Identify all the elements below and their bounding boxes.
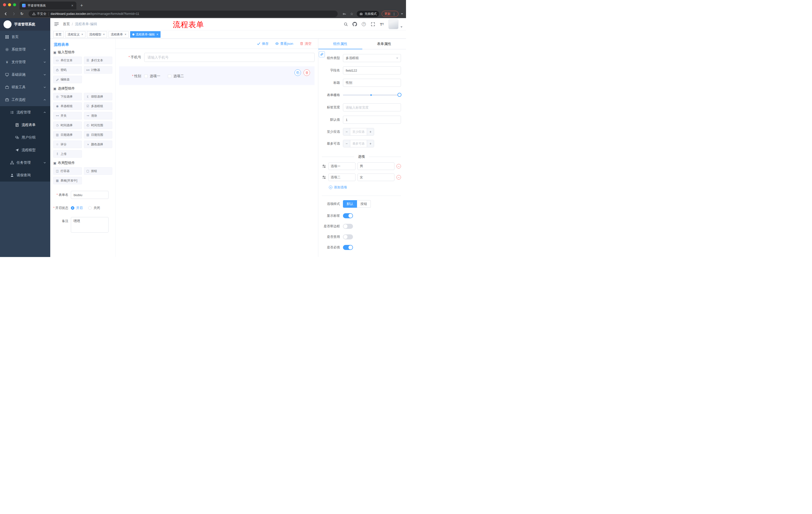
sidebar-item-home[interactable]: 首页 xyxy=(0,31,50,43)
delete-component-button[interactable] xyxy=(303,70,310,76)
view-json-button[interactable]: 查看json xyxy=(275,42,293,46)
user-avatar[interactable] xyxy=(388,19,399,29)
palette-item-cascader[interactable]: 级联选择 xyxy=(84,93,113,100)
avatar-caret-icon[interactable] xyxy=(401,26,403,28)
back-button[interactable] xyxy=(3,11,8,17)
tag-home[interactable]: 首页 xyxy=(53,31,64,38)
browser-update-button[interactable]: 更新 ⋮ xyxy=(382,11,399,17)
address-bar[interactable]: 不安全 dashboard.yudao.iocoder.cn/bpm/manag… xyxy=(29,10,338,17)
disabled-switch[interactable] xyxy=(343,234,353,239)
status-radio-on[interactable]: 开启 xyxy=(71,206,83,210)
window-maximize-button[interactable] xyxy=(13,3,16,6)
gender-option-2[interactable]: 选项二 xyxy=(168,74,184,78)
palette-item-date-picker[interactable]: ▥日期选择 xyxy=(53,131,82,139)
new-tab-button[interactable]: + xyxy=(78,2,85,9)
security-chip[interactable]: 不安全 xyxy=(32,12,47,16)
remove-option-button[interactable]: − xyxy=(397,175,401,180)
tag-process-model[interactable]: 流程模型× xyxy=(87,31,107,38)
palette-item-counter[interactable]: 123计数器 xyxy=(84,66,113,74)
palette-item-color-picker[interactable]: ◑颜色选择 xyxy=(84,141,113,148)
form-grid-slider[interactable] xyxy=(343,91,401,99)
reload-button[interactable]: ↻ xyxy=(19,11,25,17)
tab-close-icon[interactable]: × xyxy=(71,3,74,7)
tag-process-definition[interactable]: 流程定义× xyxy=(65,31,85,38)
decrease-button[interactable]: − xyxy=(343,140,350,147)
tag-process-form-edit[interactable]: 流程表单-编辑× xyxy=(130,31,161,38)
sidebar-item-workflow[interactable]: 工作流程 xyxy=(0,93,50,106)
increase-button[interactable]: + xyxy=(367,140,374,147)
github-icon[interactable] xyxy=(352,22,357,27)
palette-item-multi-line-text[interactable]: ☰多行文本 xyxy=(84,57,113,64)
option-label-input[interactable] xyxy=(328,173,355,181)
tag-process-form[interactable]: 流程表单× xyxy=(109,31,128,38)
checkbox-icon[interactable] xyxy=(168,75,171,78)
fullscreen-icon[interactable] xyxy=(370,22,375,27)
form-name-input[interactable] xyxy=(71,191,109,199)
sidebar-item-process-model[interactable]: 流程模型 xyxy=(0,144,50,156)
tag-close-icon[interactable]: × xyxy=(103,33,105,36)
option-value-input[interactable] xyxy=(357,173,395,181)
label-width-input[interactable] xyxy=(343,103,401,111)
palette-item-password[interactable]: 密码 xyxy=(53,66,82,74)
copy-component-button[interactable] xyxy=(294,70,301,76)
style-default-button[interactable]: 默认 xyxy=(343,200,357,208)
palette-item-upload[interactable]: ↥上传 xyxy=(53,150,82,158)
tag-close-icon[interactable]: × xyxy=(81,33,83,36)
tag-close-icon[interactable]: × xyxy=(156,33,158,36)
max-select-input[interactable] xyxy=(350,140,367,147)
sidebar-item-leave-query[interactable]: 请假查询 xyxy=(0,169,50,182)
window-minimize-button[interactable] xyxy=(8,3,11,6)
phone-input[interactable] xyxy=(144,53,315,62)
hamburger-icon[interactable] xyxy=(54,21,59,27)
palette-item-time-picker[interactable]: ◷时间选择 xyxy=(53,121,82,129)
palette-item-rate[interactable]: ☆评分 xyxy=(53,141,82,148)
palette-item-switch[interactable]: ⊶开关 xyxy=(53,112,82,119)
required-switch[interactable] xyxy=(343,245,353,250)
palette-item-single-line-text[interactable]: ▭单行文本 xyxy=(53,57,82,64)
sidebar-item-dev-tools[interactable]: 研发工具 xyxy=(0,81,50,93)
decrease-button[interactable]: − xyxy=(343,128,350,135)
search-icon[interactable] xyxy=(343,22,348,27)
field-name-input[interactable] xyxy=(343,66,401,75)
palette-item-editor[interactable]: 编辑器 xyxy=(53,76,82,83)
tab-component-props[interactable]: 组件属性 xyxy=(318,39,362,49)
browser-tab[interactable]: 芋道管理系统 × xyxy=(20,1,76,9)
style-button-button[interactable]: 按钮 xyxy=(357,200,371,208)
remove-option-button[interactable]: − xyxy=(397,164,401,168)
palette-item-table[interactable]: ▦表格[开发中] xyxy=(53,177,82,184)
breadcrumb-home[interactable]: 首页 xyxy=(63,22,70,26)
link-icon[interactable] xyxy=(319,51,325,57)
field-gender-selected[interactable]: 性别 选项一 选项二 xyxy=(119,66,315,85)
sidebar-item-system[interactable]: 系统管理 xyxy=(0,43,50,56)
show-label-switch[interactable] xyxy=(343,213,353,218)
form-remark-textarea[interactable]: 嘿嘿 xyxy=(71,217,109,233)
toolbar-chevron-icon[interactable] xyxy=(401,13,403,15)
password-key-icon[interactable] xyxy=(342,11,347,16)
window-close-button[interactable] xyxy=(3,3,6,6)
gender-option-1[interactable]: 选项一 xyxy=(144,74,160,78)
increase-button[interactable]: + xyxy=(367,128,374,135)
checkbox-icon[interactable] xyxy=(144,75,148,78)
bookmark-star-icon[interactable]: ☆ xyxy=(349,11,354,16)
browser-menu-icon[interactable]: ⋮ xyxy=(393,12,396,16)
min-select-input[interactable] xyxy=(350,128,367,135)
palette-item-time-range[interactable]: ◴时间范围 xyxy=(84,121,113,129)
sidebar-logo[interactable]: 芋道管理系统 xyxy=(0,18,50,31)
border-switch[interactable] xyxy=(343,224,353,229)
font-size-icon[interactable]: TT xyxy=(379,22,384,27)
palette-item-select[interactable]: ◎下拉选择 xyxy=(53,93,82,100)
tab-form-props[interactable]: 表单属性 xyxy=(362,39,406,49)
component-type-select[interactable]: 多选框组 xyxy=(343,54,401,62)
sidebar-item-user-group[interactable]: 用户分组 xyxy=(0,131,50,144)
palette-item-row-container[interactable]: ◫行容器 xyxy=(53,167,82,175)
slider-track[interactable] xyxy=(343,94,401,96)
sidebar-item-task-manage[interactable]: 任务管理 xyxy=(0,156,50,169)
sidebar-item-infrastructure[interactable]: 基础设施 xyxy=(0,69,50,81)
option-label-input[interactable] xyxy=(328,162,355,170)
slider-handle[interactable] xyxy=(398,93,402,97)
status-radio-off[interactable]: 关闭 xyxy=(88,206,100,210)
tag-close-icon[interactable]: × xyxy=(125,33,126,36)
clear-button[interactable]: 清空 xyxy=(300,42,312,46)
forward-button[interactable] xyxy=(11,11,17,17)
help-icon[interactable]: ? xyxy=(361,22,366,27)
